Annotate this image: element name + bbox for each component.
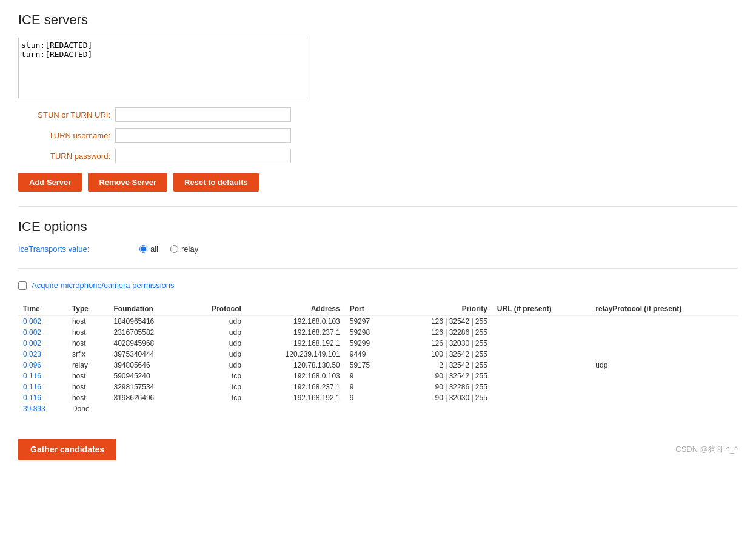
ice-transports-label: IceTransports value:	[18, 244, 139, 254]
cell-priority: 126 | 32030 | 255	[391, 338, 492, 349]
cell-type: relay	[67, 360, 109, 371]
cell-url	[492, 349, 590, 360]
radio-relay-input[interactable]	[170, 245, 178, 253]
cell-time: 0.002	[18, 327, 67, 338]
col-time: Time	[18, 302, 67, 316]
cell-time: 0.096	[18, 360, 67, 371]
radio-relay-label: relay	[181, 244, 198, 254]
remove-server-button[interactable]: Remove Server	[88, 173, 167, 192]
cell-type: host	[67, 338, 109, 349]
col-foundation: Foundation	[109, 302, 186, 316]
cell-protocol: udp	[186, 338, 246, 349]
cell-time: 0.116	[18, 382, 67, 392]
cell-foundation: 590945240	[109, 371, 186, 382]
cell-priority: 90 | 32286 | 255	[391, 382, 492, 392]
cell-relay-protocol	[590, 392, 738, 403]
cell-protocol: tcp	[186, 382, 246, 392]
cell-address: 192.168.0.103	[246, 316, 345, 328]
candidates-table: Time Type Foundation Protocol Address Po…	[18, 302, 738, 414]
divider-2	[18, 268, 738, 269]
stun-turn-label: STUN or TURN URI:	[18, 110, 115, 119]
cell-url	[492, 327, 590, 338]
table-row: 0.116 host 590945240 tcp 192.168.0.103 9…	[18, 371, 738, 382]
cell-relay-protocol	[590, 371, 738, 382]
cell-priority: 126 | 32286 | 255	[391, 327, 492, 338]
cell-port: 59298	[345, 327, 391, 338]
acquire-permissions-label[interactable]: Acquire microphone/camera permissions	[32, 281, 175, 290]
cell-type: host	[67, 382, 109, 392]
acquire-permissions-row: Acquire microphone/camera permissions	[18, 281, 738, 290]
stun-turn-row: STUN or TURN URI:	[18, 107, 738, 122]
cell-priority	[391, 403, 492, 414]
add-server-button[interactable]: Add Server	[18, 173, 82, 192]
cell-address: 192.168.237.1	[246, 382, 345, 392]
gather-candidates-button[interactable]: Gather candidates	[18, 439, 116, 460]
table-row: 0.002 host 4028945968 udp 192.168.192.1 …	[18, 338, 738, 349]
ice-options-title: ICE options	[18, 219, 738, 235]
radio-relay-option[interactable]: relay	[170, 244, 198, 254]
cell-relay-protocol	[590, 338, 738, 349]
stun-turn-input[interactable]	[115, 107, 291, 122]
cell-port: 9	[345, 382, 391, 392]
cell-foundation: 394805646	[109, 360, 186, 371]
radio-all-label: all	[150, 244, 158, 254]
col-type: Type	[67, 302, 109, 316]
col-priority: Priority	[391, 302, 492, 316]
cell-url	[492, 371, 590, 382]
reset-defaults-button[interactable]: Reset to defaults	[173, 173, 259, 192]
cell-address: 120.239.149.101	[246, 349, 345, 360]
cell-port: 9	[345, 371, 391, 382]
cell-url	[492, 360, 590, 371]
col-port: Port	[345, 302, 391, 316]
cell-priority: 90 | 32542 | 255	[391, 371, 492, 382]
cell-foundation: 1840965416	[109, 316, 186, 328]
cell-time: 0.116	[18, 371, 67, 382]
table-row: 0.002 host 1840965416 udp 192.168.0.103 …	[18, 316, 738, 328]
table-row: 0.096 relay 394805646 udp 120.78.130.50 …	[18, 360, 738, 371]
cell-protocol: tcp	[186, 392, 246, 403]
cell-time: 0.116	[18, 392, 67, 403]
cell-relay-protocol	[590, 403, 738, 414]
ice-transports-row: IceTransports value: all relay	[18, 244, 738, 254]
cell-protocol	[186, 403, 246, 414]
cell-relay-protocol	[590, 316, 738, 328]
table-row: 0.023 srfix 3975340444 udp 120.239.149.1…	[18, 349, 738, 360]
col-relay-protocol: relayProtocol (if present)	[590, 302, 738, 316]
cell-type: host	[67, 392, 109, 403]
cell-address: 120.78.130.50	[246, 360, 345, 371]
cell-port: 9449	[345, 349, 391, 360]
cell-port: 59299	[345, 338, 391, 349]
candidates-section: Time Type Foundation Protocol Address Po…	[18, 302, 738, 414]
cell-protocol: udp	[186, 360, 246, 371]
acquire-permissions-checkbox[interactable]	[18, 281, 27, 290]
cell-priority: 126 | 32542 | 255	[391, 316, 492, 328]
cell-foundation	[109, 403, 186, 414]
server-button-row: Add Server Remove Server Reset to defaul…	[18, 173, 738, 192]
cell-port	[345, 403, 391, 414]
turn-password-input[interactable]	[115, 149, 291, 163]
ice-servers-title: ICE servers	[18, 12, 738, 28]
radio-all-input[interactable]	[139, 245, 147, 253]
cell-time: 0.023	[18, 349, 67, 360]
table-row: 0.116 host 3298157534 tcp 192.168.237.1 …	[18, 382, 738, 392]
cell-url	[492, 338, 590, 349]
ice-servers-section: ICE servers stun:[REDACTED] turn:[REDACT…	[18, 12, 738, 192]
cell-url	[492, 403, 590, 414]
radio-all-option[interactable]: all	[139, 244, 158, 254]
col-protocol: Protocol	[186, 302, 246, 316]
turn-username-input[interactable]	[115, 128, 291, 143]
cell-port: 59297	[345, 316, 391, 328]
cell-foundation: 4028945968	[109, 338, 186, 349]
cell-time: 39.893	[18, 403, 67, 414]
cell-time: 0.002	[18, 316, 67, 328]
cell-address: 192.168.192.1	[246, 392, 345, 403]
turn-password-row: TURN password:	[18, 149, 738, 163]
cell-protocol: udp	[186, 316, 246, 328]
ice-servers-textarea[interactable]: stun:[REDACTED] turn:[REDACTED]	[18, 38, 306, 98]
table-header-row: Time Type Foundation Protocol Address Po…	[18, 302, 738, 316]
turn-username-label: TURN username:	[18, 131, 115, 140]
cell-type: srfix	[67, 349, 109, 360]
ice-options-section: ICE options IceTransports value: all rel…	[18, 219, 738, 254]
cell-foundation: 2316705582	[109, 327, 186, 338]
cell-priority: 90 | 32030 | 255	[391, 392, 492, 403]
